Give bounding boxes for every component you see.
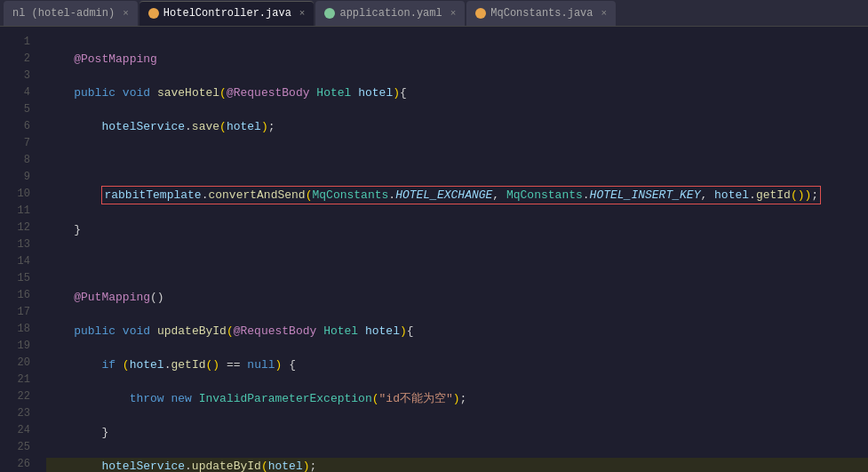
line-numbers: 1 2 3 4 5 6 7 8 9 10 11 12 13 14 15 16 1…	[0, 27, 36, 472]
code-line-12: }	[46, 424, 868, 441]
code-line-3: hotelService.save(hotel);	[46, 118, 868, 135]
tab-hotelcontroller-close[interactable]: ×	[299, 8, 306, 19]
code-line-13: hotelService.updateById(hotel);	[46, 458, 868, 472]
java-file-icon2	[475, 8, 486, 19]
tab-hotelcontroller-label: HotelController.java	[163, 7, 291, 20]
tab-mqconstants-close[interactable]: ×	[601, 8, 608, 19]
tab-hotelcontroller[interactable]: HotelController.java ×	[139, 1, 315, 26]
tab-bar: nl (hotel-admin) × HotelController.java …	[0, 0, 868, 27]
code-line-5: rabbitTemplate.convertAndSend(MqConstant…	[46, 186, 868, 204]
tab-nl-close[interactable]: ×	[123, 8, 129, 19]
tab-mqconstants-label: MqConstants.java	[490, 7, 593, 20]
code-line-8: @PutMapping()	[46, 289, 868, 306]
code-line-11: throw new InvalidParameterException("id不…	[46, 390, 868, 407]
code-line-10: if (hotel.getId() == null) {	[46, 356, 868, 373]
editor-area: 1 2 3 4 5 6 7 8 9 10 11 12 13 14 15 16 1…	[0, 27, 868, 472]
code-line-6: }	[46, 221, 868, 238]
code-line-4	[46, 152, 868, 169]
highlight-box-1: rabbitTemplate.convertAndSend(MqConstant…	[101, 186, 821, 204]
code-editor[interactable]: @PostMapping public void saveHotel(@Requ…	[36, 27, 868, 472]
tab-applicationyaml-close[interactable]: ×	[450, 8, 457, 19]
java-file-icon	[148, 8, 159, 19]
tab-applicationyaml[interactable]: application.yaml ×	[315, 1, 465, 26]
code-line-2: public void saveHotel(@RequestBody Hotel…	[46, 84, 868, 101]
code-line-1: @PostMapping	[46, 51, 868, 68]
yaml-file-icon	[324, 8, 335, 19]
tab-applicationyaml-label: application.yaml	[339, 7, 442, 20]
code-line-9: public void updateById(@RequestBody Hote…	[46, 323, 868, 340]
tab-nl[interactable]: nl (hotel-admin) ×	[4, 1, 138, 26]
code-line-7	[46, 255, 868, 272]
tab-mqconstants[interactable]: MqConstants.java ×	[466, 1, 616, 26]
tab-nl-label: nl (hotel-admin)	[12, 7, 115, 20]
